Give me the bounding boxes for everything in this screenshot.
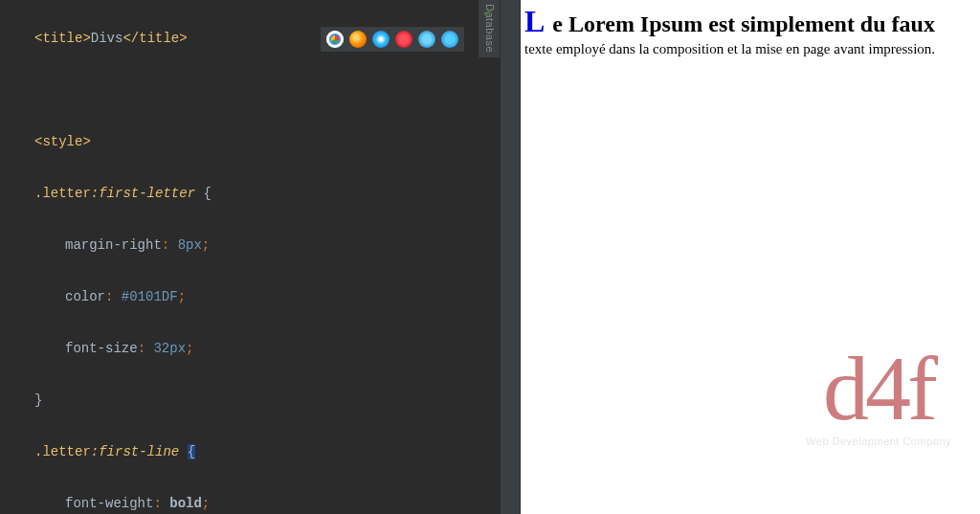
browser-preview-pane: Le Lorem Ipsum est simplement du faux te…: [521, 0, 980, 514]
preview-content: Le Lorem Ipsum est simplement du faux te…: [521, 0, 980, 60]
val-32: 32: [153, 341, 169, 356]
browser-preview-toolbar: [320, 26, 465, 53]
selector-letter-2: .letter: [34, 444, 91, 459]
watermark-logo-text: d4f: [806, 347, 951, 430]
prop-margin-right: margin-right: [65, 237, 162, 253]
tag-title-open: <title>: [34, 31, 91, 46]
selector-letter: .letter: [34, 186, 91, 201]
pseudo-first-letter: :first-letter: [91, 186, 195, 201]
val-bold: bold: [169, 496, 202, 511]
chrome-icon[interactable]: [326, 31, 344, 48]
opera-icon[interactable]: [395, 31, 412, 48]
watermark-tagline: Web Development Company: [806, 436, 951, 447]
ie-icon[interactable]: [418, 31, 435, 48]
pseudo-first-line: :first-line: [91, 444, 179, 459]
tag-style-open: <style>: [34, 134, 91, 149]
code-area[interactable]: <title>Divs</title> <style> .letter:firs…: [0, 0, 500, 514]
prop-font-weight: font-weight: [65, 496, 153, 511]
safari-icon[interactable]: [372, 31, 390, 48]
edge-icon[interactable]: [441, 31, 458, 48]
rendered-paragraph: Le Lorem Ipsum est simplement du faux te…: [524, 2, 976, 58]
validation-check-icon: ✔: [484, 4, 492, 20]
prop-font-size: font-size: [65, 341, 138, 356]
prop-color: color: [65, 289, 105, 304]
brace-open-match: {: [188, 444, 195, 459]
unit-px: px: [186, 237, 202, 253]
tag-title-close: </title>: [122, 31, 187, 46]
watermark: d4f Web Development Company: [806, 347, 951, 447]
code-editor-pane[interactable]: ✔ Database <title>Divs</title> <style> .…: [0, 0, 500, 514]
pane-splitter[interactable]: [500, 0, 521, 514]
val-8: 8: [178, 237, 186, 253]
title-text: Divs: [91, 31, 123, 46]
val-hex: #0101DF: [122, 289, 178, 304]
firefox-icon[interactable]: [349, 31, 367, 48]
